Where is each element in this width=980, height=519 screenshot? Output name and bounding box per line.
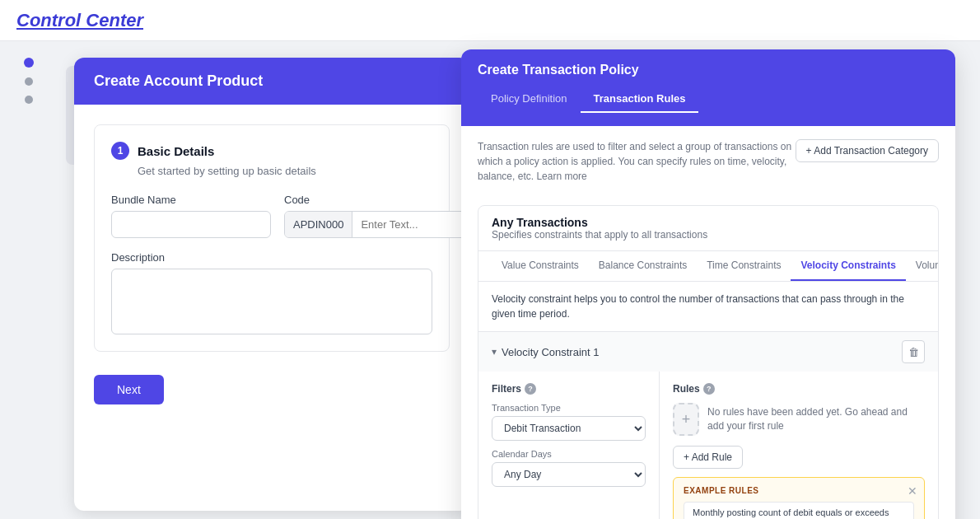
filters-help-icon: ? xyxy=(525,383,536,395)
tab-transaction-rules[interactable]: Transaction Rules xyxy=(581,86,699,113)
tab-volume-constraints[interactable]: Volume Constraints xyxy=(906,251,939,281)
velocity-constraint-header: ▾ Velocity Constraint 1 🗑 xyxy=(478,332,938,372)
app-logo: Control Center xyxy=(16,10,143,31)
transaction-type-select[interactable]: Debit Transaction xyxy=(492,416,646,441)
code-input-wrapper: APDIN000 xyxy=(284,211,469,238)
rules-help-icon: ? xyxy=(703,383,715,395)
code-group: Code APDIN000 xyxy=(284,194,469,238)
account-panel-body: 1 Basic Details Get started by setting u… xyxy=(74,105,469,424)
top-bar: Control Center xyxy=(0,0,980,41)
policy-tabs: Policy Definition Transaction Rules xyxy=(478,86,939,113)
chevron-down-icon[interactable]: ▾ xyxy=(492,346,497,358)
add-rule-button[interactable]: + Add Rule xyxy=(673,446,743,469)
sidebar xyxy=(0,41,58,519)
bundle-name-input[interactable] xyxy=(111,211,271,238)
main-content: Create Account Product 1 Basic Details G… xyxy=(58,41,980,519)
form-row-bundle-code: Bundle Name Code APDIN000 xyxy=(111,194,432,238)
filters-rules-row: Filters ? Transaction Type Debit Transac… xyxy=(478,372,938,519)
code-suffix-input[interactable] xyxy=(352,212,469,237)
description-input[interactable] xyxy=(111,269,432,334)
any-transactions-subtitle: Specifies constraints that apply to all … xyxy=(492,229,925,241)
delete-velocity-constraint-button[interactable]: 🗑 xyxy=(902,340,925,363)
calendar-days-label: Calendar Days xyxy=(492,449,646,459)
code-label: Code xyxy=(284,194,469,206)
tab-policy-definition[interactable]: Policy Definition xyxy=(478,86,581,113)
transactions-header: Any Transactions Specifies constraints t… xyxy=(478,206,938,251)
sidebar-dot-active xyxy=(24,58,34,68)
velocity-description: Velocity constraint helps you to control… xyxy=(478,282,938,332)
calendar-days-select[interactable]: Any Day xyxy=(492,462,646,487)
policy-description: Transaction rules are used to filter and… xyxy=(478,139,796,184)
velocity-constraint-title: ▾ Velocity Constraint 1 xyxy=(492,346,600,358)
bundle-name-label: Bundle Name xyxy=(111,194,271,206)
filters-title: Filters ? xyxy=(492,383,646,395)
example-rules-box: EXAMPLE RULES Monthly posting count of d… xyxy=(673,477,925,519)
sidebar-dot-1 xyxy=(25,77,33,86)
sidebar-dot-2 xyxy=(25,96,33,104)
code-prefix: APDIN000 xyxy=(285,212,352,237)
policy-header: Create Transaction Policy Policy Definit… xyxy=(461,49,955,126)
policy-body: Transaction rules are used to filter and… xyxy=(461,126,955,519)
constraint-tabs: Value Constraints Balance Constraints Ti… xyxy=(478,251,938,282)
account-panel-header: Create Account Product xyxy=(74,58,469,105)
tab-value-constraints[interactable]: Value Constraints xyxy=(492,251,589,281)
step-number: 1 xyxy=(111,142,129,160)
transactions-section: Any Transactions Specifies constraints t… xyxy=(478,205,939,519)
example-rules-close-button[interactable]: ✕ xyxy=(908,484,917,498)
rules-column: Rules ? + No rules have been added yet. … xyxy=(660,372,938,519)
trash-icon: 🗑 xyxy=(908,346,919,358)
tab-time-constraints[interactable]: Time Constraints xyxy=(697,251,791,281)
step-section: 1 Basic Details Get started by setting u… xyxy=(94,124,450,352)
transaction-type-label: Transaction Type xyxy=(492,403,646,413)
policy-desc-row: Transaction rules are used to filter and… xyxy=(478,139,939,194)
transaction-policy-panel: Create Transaction Policy Policy Definit… xyxy=(461,49,955,519)
velocity-constraint-1: ▾ Velocity Constraint 1 🗑 Filters ? xyxy=(478,332,938,519)
next-button[interactable]: Next xyxy=(94,375,164,404)
rules-title: Rules ? xyxy=(673,383,925,395)
no-rules-area: + No rules have been added yet. Go ahead… xyxy=(673,403,925,436)
account-product-panel: Create Account Product 1 Basic Details G… xyxy=(74,58,469,511)
no-rules-text: No rules have been added yet. Go ahead a… xyxy=(707,405,925,433)
example-rules-label: EXAMPLE RULES xyxy=(684,486,914,495)
no-rules-icon: + xyxy=(673,403,699,436)
policy-title: Create Transaction Policy xyxy=(478,63,939,77)
add-transaction-category-button[interactable]: + Add Transaction Category xyxy=(796,139,939,162)
plus-icon: + xyxy=(682,411,691,428)
any-transactions-title: Any Transactions xyxy=(492,216,925,229)
step-header: 1 Basic Details xyxy=(111,142,432,160)
tab-balance-constraints[interactable]: Balance Constraints xyxy=(589,251,697,281)
description-label: Description xyxy=(111,251,432,264)
example-rule-item-0: Monthly posting count of debit equals or… xyxy=(684,502,914,519)
description-group: Description xyxy=(111,251,432,334)
filters-column: Filters ? Transaction Type Debit Transac… xyxy=(478,372,660,519)
step-subtitle: Get started by setting up basic details xyxy=(138,165,432,177)
step-title: Basic Details xyxy=(138,144,214,158)
bundle-name-group: Bundle Name xyxy=(111,194,271,238)
account-panel-title: Create Account Product xyxy=(94,72,263,89)
tab-velocity-constraints[interactable]: Velocity Constraints xyxy=(791,251,905,281)
